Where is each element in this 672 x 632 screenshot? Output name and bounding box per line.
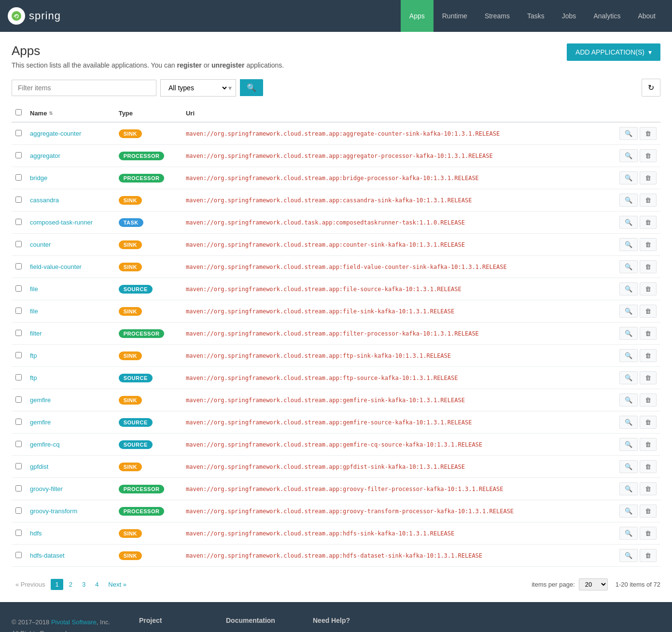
footer-project-page-link[interactable]: Project Page xyxy=(139,629,197,632)
row-checkbox[interactable] xyxy=(15,330,22,336)
header-name-col[interactable]: Name ⇅ xyxy=(26,104,115,122)
view-button[interactable]: 🔍 xyxy=(619,282,638,295)
row-checkbox[interactable] xyxy=(15,530,22,536)
delete-button[interactable]: 🗑 xyxy=(640,327,657,340)
items-per-page-select[interactable]: 20 50 100 xyxy=(579,578,608,590)
nav-streams[interactable]: Streams xyxy=(476,0,518,32)
delete-button[interactable]: 🗑 xyxy=(640,282,657,295)
delete-button[interactable]: 🗑 xyxy=(640,149,657,162)
delete-button[interactable]: 🗑 xyxy=(640,171,657,184)
app-name-link[interactable]: groovy-filter xyxy=(30,485,63,492)
app-name-link[interactable]: field-value-counter xyxy=(30,263,82,270)
filter-input[interactable] xyxy=(12,80,156,96)
view-button[interactable]: 🔍 xyxy=(619,549,638,562)
view-button[interactable]: 🔍 xyxy=(619,505,638,518)
prev-page-link[interactable]: « Previous xyxy=(12,579,49,590)
delete-button[interactable]: 🗑 xyxy=(640,505,657,518)
app-name-link[interactable]: ftp xyxy=(30,374,37,381)
app-name-link[interactable]: hdfs-dataset xyxy=(30,552,65,559)
app-name-link[interactable]: aggregator xyxy=(30,152,60,159)
row-checkbox[interactable] xyxy=(15,507,22,514)
nav-about[interactable]: About xyxy=(629,0,664,32)
view-button[interactable]: 🔍 xyxy=(619,127,638,140)
nav-analytics[interactable]: Analytics xyxy=(585,0,629,32)
row-checkbox[interactable] xyxy=(15,419,22,425)
app-name-link[interactable]: aggregate-counter xyxy=(30,130,81,137)
app-name-link[interactable]: cassandra xyxy=(30,197,59,204)
delete-button[interactable]: 🗑 xyxy=(640,416,657,429)
view-button[interactable]: 🔍 xyxy=(619,371,638,384)
delete-button[interactable]: 🗑 xyxy=(640,238,657,251)
row-checkbox[interactable] xyxy=(15,485,22,492)
nav-apps[interactable]: Apps xyxy=(401,0,434,32)
row-checkbox[interactable] xyxy=(15,241,22,247)
nav-runtime[interactable]: Runtime xyxy=(434,0,476,32)
delete-button[interactable]: 🗑 xyxy=(640,438,657,451)
app-name-link[interactable]: gemfire xyxy=(30,396,51,404)
pivotal-link[interactable]: Pivotal Software xyxy=(51,618,97,626)
view-button[interactable]: 🔍 xyxy=(619,416,638,429)
view-button[interactable]: 🔍 xyxy=(619,149,638,162)
delete-button[interactable]: 🗑 xyxy=(640,482,657,495)
row-checkbox[interactable] xyxy=(15,130,22,136)
delete-button[interactable]: 🗑 xyxy=(640,371,657,384)
delete-button[interactable]: 🗑 xyxy=(640,393,657,407)
app-name-link[interactable]: file xyxy=(30,285,38,293)
app-name-link[interactable]: groovy-transform xyxy=(30,507,77,515)
view-button[interactable]: 🔍 xyxy=(619,327,638,340)
delete-button[interactable]: 🗑 xyxy=(640,260,657,273)
page-4-link[interactable]: 4 xyxy=(91,579,102,590)
page-3-link[interactable]: 3 xyxy=(78,579,89,590)
view-button[interactable]: 🔍 xyxy=(619,393,638,407)
nav-tasks[interactable]: Tasks xyxy=(518,0,553,32)
view-button[interactable]: 🔍 xyxy=(619,460,638,473)
delete-button[interactable]: 🗑 xyxy=(640,349,657,362)
delete-button[interactable]: 🗑 xyxy=(640,194,657,207)
refresh-button[interactable]: ↻ xyxy=(642,79,660,97)
view-button[interactable]: 🔍 xyxy=(619,349,638,362)
row-checkbox[interactable] xyxy=(15,219,22,225)
next-page-link[interactable]: Next » xyxy=(104,579,130,590)
delete-button[interactable]: 🗑 xyxy=(640,127,657,140)
view-button[interactable]: 🔍 xyxy=(619,194,638,207)
app-name-link[interactable]: gemfire-cq xyxy=(30,441,59,448)
row-checkbox[interactable] xyxy=(15,285,22,292)
app-name-link[interactable]: ftp xyxy=(30,352,37,359)
page-1-link[interactable]: 1 xyxy=(51,579,63,590)
row-checkbox[interactable] xyxy=(15,152,22,158)
row-checkbox[interactable] xyxy=(15,263,22,269)
page-2-link[interactable]: 2 xyxy=(65,579,76,590)
view-button[interactable]: 🔍 xyxy=(619,260,638,273)
row-checkbox[interactable] xyxy=(15,352,22,358)
app-name-link[interactable]: file xyxy=(30,308,38,315)
row-checkbox[interactable] xyxy=(15,174,22,181)
delete-button[interactable]: 🗑 xyxy=(640,460,657,473)
view-button[interactable]: 🔍 xyxy=(619,527,638,540)
type-filter-select[interactable]: All types Source Processor Sink Task App xyxy=(161,80,228,96)
row-checkbox[interactable] xyxy=(15,197,22,203)
row-checkbox[interactable] xyxy=(15,441,22,447)
add-applications-button[interactable]: ADD APPLICATION(S) ▾ xyxy=(567,43,660,61)
app-name-link[interactable]: gpfdist xyxy=(30,463,48,470)
view-button[interactable]: 🔍 xyxy=(619,305,638,318)
app-name-link[interactable]: hdfs xyxy=(30,530,42,537)
app-name-link[interactable]: composed-task-runner xyxy=(30,219,93,226)
delete-button[interactable]: 🗑 xyxy=(640,527,657,540)
delete-button[interactable]: 🗑 xyxy=(640,216,657,229)
app-name-link[interactable]: filter xyxy=(30,330,42,337)
footer-docs-link[interactable]: Docs xyxy=(226,629,284,632)
delete-button[interactable]: 🗑 xyxy=(640,305,657,318)
row-checkbox[interactable] xyxy=(15,308,22,314)
view-button[interactable]: 🔍 xyxy=(619,438,638,451)
row-checkbox[interactable] xyxy=(15,374,22,380)
row-checkbox[interactable] xyxy=(15,396,22,403)
select-all-checkbox[interactable] xyxy=(15,109,22,115)
view-button[interactable]: 🔍 xyxy=(619,238,638,251)
app-name-link[interactable]: counter xyxy=(30,241,51,248)
delete-button[interactable]: 🗑 xyxy=(640,549,657,562)
row-checkbox[interactable] xyxy=(15,463,22,469)
row-checkbox[interactable] xyxy=(15,552,22,558)
app-name-link[interactable]: gemfire xyxy=(30,419,51,426)
view-button[interactable]: 🔍 xyxy=(619,482,638,495)
view-button[interactable]: 🔍 xyxy=(619,171,638,184)
